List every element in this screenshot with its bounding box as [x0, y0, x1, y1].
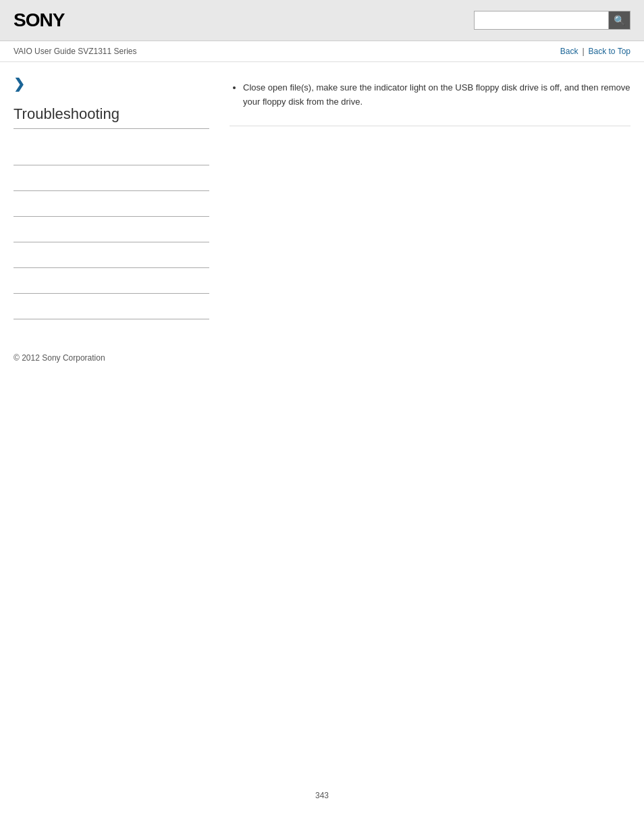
sidebar: ❯ Troubleshooting: [14, 76, 209, 319]
page-header: SONY 🔍: [0, 0, 644, 41]
main-content: ❯ Troubleshooting Close open file(s), ma…: [0, 62, 644, 333]
chevron-icon: ❯: [14, 76, 209, 92]
sony-logo: SONY: [14, 9, 64, 31]
sidebar-title: Troubleshooting: [14, 105, 209, 129]
list-item[interactable]: [14, 242, 209, 268]
back-to-top-link[interactable]: Back to Top: [589, 47, 630, 56]
search-button[interactable]: 🔍: [609, 11, 630, 30]
guide-label: VAIO User Guide SVZ1311 Series: [14, 47, 137, 56]
back-link[interactable]: Back: [560, 47, 579, 56]
list-item[interactable]: [14, 217, 209, 242]
page-number: 343: [0, 777, 644, 814]
bullet-item: Close open file(s), make sure the indica…: [243, 81, 630, 109]
list-item[interactable]: [14, 191, 209, 217]
search-area: 🔍: [474, 11, 630, 30]
footer-copyright: © 2012 Sony Corporation: [0, 340, 644, 376]
list-item[interactable]: [14, 140, 209, 165]
bullet-list: Close open file(s), make sure the indica…: [230, 81, 630, 109]
content-area: Close open file(s), make sure the indica…: [223, 76, 630, 319]
list-item[interactable]: [14, 165, 209, 191]
nav-bar: VAIO User Guide SVZ1311 Series Back | Ba…: [0, 41, 644, 62]
sidebar-links: [14, 140, 209, 319]
content-section: Close open file(s), make sure the indica…: [230, 81, 630, 126]
search-input[interactable]: [474, 11, 609, 30]
search-icon: 🔍: [614, 15, 625, 26]
list-item[interactable]: [14, 268, 209, 294]
list-item[interactable]: [14, 294, 209, 319]
nav-links: Back | Back to Top: [560, 47, 630, 56]
nav-separator: |: [582, 47, 584, 56]
